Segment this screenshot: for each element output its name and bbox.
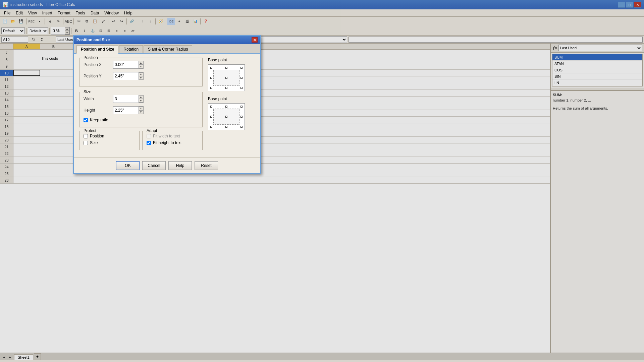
protect-size-checkbox[interactable] xyxy=(84,141,88,145)
adapt-section: Adapt Fit width to text Fit height to te… xyxy=(142,131,203,150)
keep-ratio-label: Keep ratio xyxy=(90,118,108,122)
dialog-tab-slant[interactable]: Slant & Corner Radius xyxy=(144,45,192,53)
position-x-up[interactable]: ▲ xyxy=(139,61,143,65)
dialog-left-panel: Position Position X ▲ ▼ Position Y xyxy=(79,58,203,154)
base-point-position-group: Base point xyxy=(208,58,255,91)
size-section: Size Width ▲ ▼ Height xyxy=(79,92,203,127)
position-x-label: Position X xyxy=(84,62,110,67)
bp-handle-mc[interactable] xyxy=(225,77,227,79)
modal-overlay: Position and Size ✕ Position and Size Ro… xyxy=(0,0,644,362)
keep-ratio-checkbox[interactable] xyxy=(84,118,88,122)
bp-size-handle-bl[interactable] xyxy=(210,126,212,128)
dialog-tab-position-size[interactable]: Position and Size xyxy=(76,45,118,54)
position-x-input-wrap: ▲ ▼ xyxy=(113,61,144,69)
fit-height-row: Fit height to text xyxy=(147,140,198,145)
height-input[interactable] xyxy=(113,107,139,114)
bp-size-handle-mr[interactable] xyxy=(240,116,243,118)
protect-size-row: Size xyxy=(84,140,135,145)
base-point-size-group: Base point xyxy=(208,97,255,130)
position-y-down[interactable]: ▼ xyxy=(139,76,143,80)
bp-handle-tl[interactable] xyxy=(210,67,212,69)
bp-size-handle-tl[interactable] xyxy=(210,106,212,108)
bp-size-handle-tc[interactable] xyxy=(225,106,227,108)
position-y-input-wrap: ▲ ▼ xyxy=(113,72,144,80)
width-input[interactable] xyxy=(113,95,139,103)
dialog-tabs: Position and Size Rotation Slant & Corne… xyxy=(74,44,260,54)
bp-size-handle-ml[interactable] xyxy=(210,116,212,118)
position-x-row: Position X ▲ ▼ xyxy=(84,61,198,69)
dialog-close-button[interactable]: ✕ xyxy=(252,37,258,43)
bp-handles-size xyxy=(208,104,245,130)
protect-position-checkbox[interactable] xyxy=(84,134,88,138)
width-input-wrap: ▲ ▼ xyxy=(113,95,144,103)
width-label: Width xyxy=(84,97,110,101)
base-point-position-label: Base point xyxy=(208,58,255,62)
dialog-titlebar: Position and Size ✕ xyxy=(74,36,260,44)
base-point-size-grid xyxy=(208,103,245,130)
dialog-tab-rotation[interactable]: Rotation xyxy=(119,45,143,53)
position-y-up[interactable]: ▲ xyxy=(139,72,143,76)
dialog-right-panel: Base point xyxy=(208,58,255,154)
position-x-input[interactable] xyxy=(113,61,139,68)
base-point-size-label: Base point xyxy=(208,97,255,101)
fit-width-checkbox xyxy=(147,134,151,138)
help-button[interactable]: Help xyxy=(168,161,192,170)
protect-position-label: Position xyxy=(90,134,104,138)
bp-handle-tr[interactable] xyxy=(240,67,243,69)
width-up[interactable]: ▲ xyxy=(139,95,143,99)
position-section: Position Position X ▲ ▼ Position Y xyxy=(79,58,203,86)
bp-handle-bl[interactable] xyxy=(210,87,212,89)
bp-handle-bc[interactable] xyxy=(225,87,227,89)
bp-size-handle-tr[interactable] xyxy=(240,106,243,108)
bp-handle-br[interactable] xyxy=(240,87,243,89)
keep-ratio-row: Keep ratio xyxy=(84,118,198,122)
dialog-title: Position and Size xyxy=(76,38,252,42)
bp-size-handle-br[interactable] xyxy=(240,126,243,128)
position-x-down[interactable]: ▼ xyxy=(139,65,143,68)
protect-position-row: Position xyxy=(84,134,135,138)
protect-size-label: Size xyxy=(90,140,98,145)
height-down[interactable]: ▼ xyxy=(139,110,143,114)
height-up[interactable]: ▲ xyxy=(139,107,143,110)
bp-handle-tc[interactable] xyxy=(225,67,227,69)
position-section-label: Position xyxy=(82,55,99,60)
size-section-label: Size xyxy=(82,89,93,94)
bp-size-handle-bc[interactable] xyxy=(225,126,227,128)
protect-section-label: Protect xyxy=(82,128,98,133)
protect-adapt-area: Protect Position Size Adapt xyxy=(79,131,203,154)
reset-button[interactable]: Reset xyxy=(195,161,218,170)
fit-height-label: Fit height to text xyxy=(153,140,181,145)
position-y-input[interactable] xyxy=(113,72,139,80)
base-point-position-grid xyxy=(208,64,245,91)
bp-handles-position xyxy=(208,65,245,91)
ok-button[interactable]: OK xyxy=(116,161,140,170)
adapt-section-label: Adapt xyxy=(145,128,158,133)
position-size-dialog: Position and Size ✕ Position and Size Ro… xyxy=(73,35,261,174)
bp-size-handle-mc[interactable] xyxy=(225,116,227,118)
height-row: Height ▲ ▼ xyxy=(84,106,198,114)
protect-section: Protect Position Size xyxy=(79,131,140,150)
position-y-row: Position Y ▲ ▼ xyxy=(84,72,198,80)
dialog-footer: OK Cancel Help Reset xyxy=(74,158,260,173)
fit-height-checkbox[interactable] xyxy=(147,141,151,145)
cancel-button[interactable]: Cancel xyxy=(142,161,166,170)
bp-handle-mr[interactable] xyxy=(240,77,243,79)
position-y-label: Position Y xyxy=(84,74,110,78)
fit-width-label: Fit width to text xyxy=(153,134,180,138)
dialog-body: Position Position X ▲ ▼ Position Y xyxy=(74,54,260,158)
width-row: Width ▲ ▼ xyxy=(84,95,198,103)
height-input-wrap: ▲ ▼ xyxy=(113,106,144,114)
height-label: Height xyxy=(84,108,110,113)
width-down[interactable]: ▼ xyxy=(139,99,143,103)
bp-handle-ml[interactable] xyxy=(210,77,212,79)
fit-width-row: Fit width to text xyxy=(147,134,198,138)
